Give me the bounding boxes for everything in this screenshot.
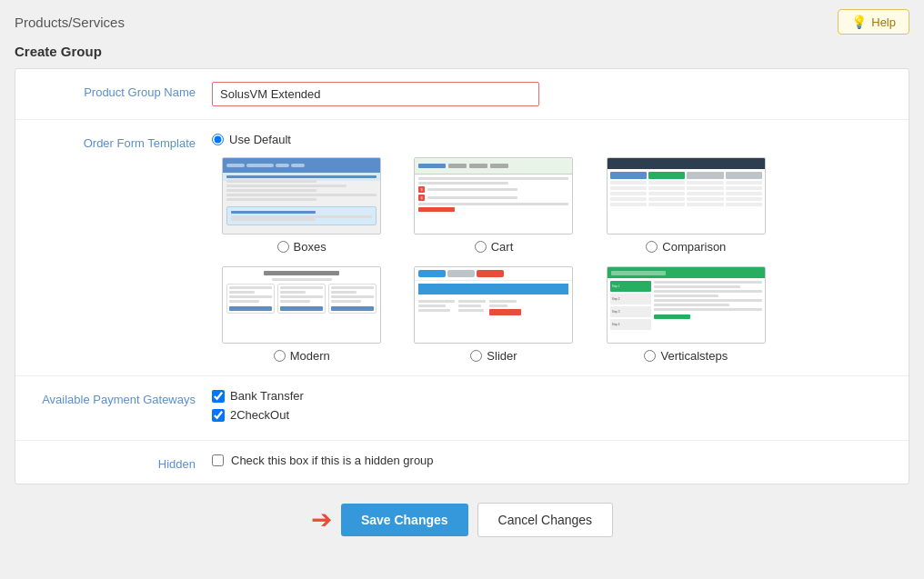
template-radio-boxes[interactable] [277, 241, 289, 253]
template-radio-row-verticalsteps: Verticalsteps [644, 349, 728, 363]
action-bar: ➔ Save Changes Cancel Changes [0, 484, 924, 555]
template-item-cart: $ $ Cart [404, 157, 583, 254]
use-default-radio[interactable] [212, 134, 224, 145]
page-title: Create Group [0, 40, 924, 68]
gateway-2checkout-label[interactable]: 2CheckOut [230, 408, 289, 422]
gateway-2checkout-row: 2CheckOut [212, 408, 894, 422]
template-thumb-boxes [222, 157, 381, 235]
templates-grid: Boxes [212, 157, 776, 363]
hidden-checkbox-label[interactable]: Check this box if this is a hidden group [231, 454, 434, 467]
template-radio-cart[interactable] [475, 241, 487, 253]
template-radio-row-cart: Cart [475, 240, 514, 254]
cancel-button[interactable]: Cancel Changes [477, 503, 614, 537]
template-item-boxes: Boxes [212, 157, 391, 254]
template-thumb-cart: $ $ [414, 157, 573, 235]
template-radio-comparison[interactable] [646, 241, 658, 253]
template-label-cart[interactable]: Cart [491, 240, 514, 254]
gateway-bank-transfer-row: Bank Transfer [212, 389, 894, 403]
gateway-bank-transfer-checkbox[interactable] [212, 390, 225, 403]
template-label-comparison[interactable]: Comparison [662, 240, 726, 254]
bulb-icon: 💡 [851, 15, 867, 29]
template-radio-row-comparison: Comparison [646, 240, 726, 254]
template-radio-slider[interactable] [470, 350, 482, 362]
hidden-label: Hidden [30, 454, 212, 471]
hidden-checkbox[interactable] [212, 454, 224, 466]
use-default-row: Use Default [212, 133, 894, 146]
product-group-name-input[interactable] [212, 82, 539, 106]
template-label-modern[interactable]: Modern [290, 349, 330, 363]
template-radio-modern[interactable] [274, 350, 286, 362]
form-panel: Product Group Name Order Form Template U… [15, 68, 909, 484]
product-group-name-label: Product Group Name [30, 82, 212, 99]
breadcrumb: Products/Services [15, 15, 125, 30]
template-item-slider: Slider [404, 266, 583, 363]
hidden-row: Hidden Check this box if this is a hidde… [15, 441, 909, 484]
template-item-modern: Modern [212, 266, 391, 363]
help-button[interactable]: 💡 Help [838, 9, 909, 35]
template-radio-verticalsteps[interactable] [644, 350, 656, 362]
template-item-comparison: Comparison [597, 157, 776, 254]
payment-gateways-area: Bank Transfer 2CheckOut [212, 389, 894, 427]
arrow-indicator: ➔ [311, 507, 332, 533]
template-thumb-modern [222, 266, 381, 344]
gateway-bank-transfer-label[interactable]: Bank Transfer [230, 389, 304, 403]
template-item-verticalsteps: Step 1 Step 2 Step 3 Step 4 [597, 266, 776, 363]
product-group-name-row: Product Group Name [15, 69, 909, 120]
product-group-name-area [212, 82, 894, 106]
save-button[interactable]: Save Changes [341, 504, 468, 536]
template-thumb-comparison [607, 157, 766, 235]
hidden-area: Check this box if this is a hidden group [212, 454, 894, 467]
template-radio-row-modern: Modern [274, 349, 330, 363]
template-label-verticalsteps[interactable]: Verticalsteps [660, 349, 728, 363]
template-label-boxes[interactable]: Boxes [294, 240, 326, 254]
template-area: Use Default [212, 133, 894, 363]
order-form-template-row: Order Form Template Use Default [15, 120, 909, 376]
hidden-checkbox-row: Check this box if this is a hidden group [212, 454, 894, 467]
template-label-slider[interactable]: Slider [487, 349, 517, 363]
template-thumb-verticalsteps: Step 1 Step 2 Step 3 Step 4 [607, 266, 766, 344]
payment-gateways-row: Available Payment Gateways Bank Transfer… [15, 376, 909, 441]
use-default-label[interactable]: Use Default [229, 133, 291, 146]
template-radio-row-slider: Slider [470, 349, 517, 363]
gateway-2checkout-checkbox[interactable] [212, 409, 225, 422]
order-form-template-label: Order Form Template [30, 133, 212, 150]
payment-gateways-label: Available Payment Gateways [30, 389, 212, 406]
template-radio-row-boxes: Boxes [277, 240, 326, 254]
template-thumb-slider [414, 266, 573, 344]
